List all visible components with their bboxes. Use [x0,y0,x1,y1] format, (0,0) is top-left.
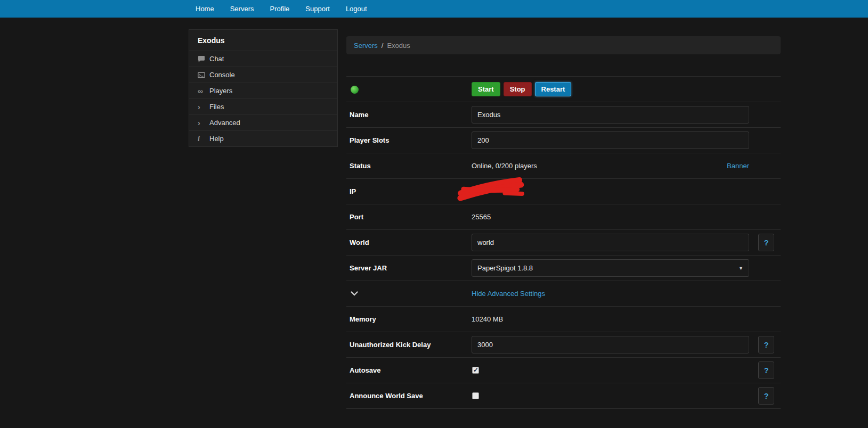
status-label: Status [350,162,472,170]
player-slots-label: Player Slots [350,136,472,144]
kick-delay-row: Unauthorized Kick Delay ? [346,332,781,358]
sidebar-item-label: Console [209,71,235,79]
player-slots-input[interactable] [472,131,749,149]
announce-world-save-label: Announce World Save [350,392,472,400]
server-jar-row: Server JAR PaperSpigot 1.8.8 ▼ [346,256,781,281]
memory-label: Memory [350,315,472,323]
name-label: Name [350,111,472,119]
sidebar-server-title: Exodus [189,30,337,51]
breadcrumb-servers-link[interactable]: Servers [354,42,378,50]
sidebar-item-label: Files [209,103,224,111]
main-content: Servers / Exodus Start Stop Restart Name… [346,36,781,409]
hide-advanced-settings-link[interactable]: Hide Advanced Settings [472,290,545,298]
autosave-row: Autosave ? [346,358,781,383]
players-icon: ∞ [198,87,209,95]
caret-down-icon: ▼ [739,266,743,271]
server-jar-select[interactable]: PaperSpigot 1.8.8 ▼ [472,259,749,277]
status-row: Status Online, 0/200 players Banner [346,153,781,179]
ip-label: IP [350,187,472,195]
name-row: Name [346,102,781,128]
announce-world-save-row: Announce World Save ? [346,383,781,409]
server-settings-form: Start Stop Restart Name Player Slots Sta… [346,76,781,409]
name-input[interactable] [472,106,749,124]
console-icon [198,71,209,79]
memory-row: Memory 10240 MB [346,307,781,332]
advanced-toggle-row: Hide Advanced Settings [346,281,781,307]
memory-value: 10240 MB [472,315,503,323]
stop-button[interactable]: Stop [504,82,532,96]
info-icon: i [198,135,209,143]
ip-row: IP 1 [346,179,781,204]
server-controls-row: Start Stop Restart [346,77,781,102]
nav-item-servers[interactable]: Servers [222,0,262,18]
chevron-right-icon: › [198,119,209,127]
server-jar-selected-value: PaperSpigot 1.8.8 [477,264,533,272]
restart-button[interactable]: Restart [535,82,572,96]
server-jar-label: Server JAR [350,264,472,272]
sidebar-item-label: Advanced [209,119,240,127]
autosave-help-button[interactable]: ? [758,361,774,379]
chat-icon [198,55,209,63]
banner-link[interactable]: Banner [727,162,749,170]
breadcrumb-separator: / [382,42,384,50]
breadcrumb: Servers / Exodus [346,36,781,54]
world-help-button[interactable]: ? [758,234,774,251]
sidebar-item-label: Chat [209,55,224,63]
port-label: Port [350,213,472,221]
breadcrumb-current: Exodus [387,42,410,50]
sidebar-item-files[interactable]: › Files [189,98,337,114]
kick-delay-help-button[interactable]: ? [758,336,774,353]
world-row: World ? [346,230,781,256]
autosave-label: Autosave [350,366,472,374]
sidebar-item-console[interactable]: Console [189,67,337,83]
chevron-down-icon [351,291,358,296]
ip-value: 1 [472,187,475,195]
port-value: 25565 [472,213,491,221]
sidebar-item-help[interactable]: i Help [189,130,337,146]
announce-world-save-help-button[interactable]: ? [758,387,774,405]
sidebar-item-players[interactable]: ∞ Players [189,83,337,98]
sidebar-item-chat[interactable]: Chat [189,51,337,67]
player-slots-row: Player Slots [346,128,781,153]
nav-item-logout[interactable]: Logout [338,0,375,18]
port-row: Port 25565 [346,204,781,230]
kick-delay-label: Unauthorized Kick Delay [350,341,472,349]
autosave-checkbox[interactable] [472,367,479,374]
sidebar-item-advanced[interactable]: › Advanced [189,114,337,130]
status-value: Online, 0/200 players [472,162,537,170]
world-input[interactable] [472,234,749,251]
kick-delay-input[interactable] [472,336,749,353]
announce-world-save-checkbox[interactable] [472,392,479,399]
sidebar-item-label: Help [209,135,224,143]
top-navbar: Home Servers Profile Support Logout [0,0,868,18]
server-sidebar: Exodus Chat Console ∞ Players › Files › … [189,29,338,147]
sidebar-item-label: Players [209,87,232,95]
world-label: World [350,238,472,246]
chevron-right-icon: › [198,103,209,111]
nav-item-profile[interactable]: Profile [262,0,297,18]
online-status-dot-icon [351,86,359,94]
start-button[interactable]: Start [472,82,500,96]
nav-item-support[interactable]: Support [297,0,338,18]
nav-item-home[interactable]: Home [188,0,222,18]
